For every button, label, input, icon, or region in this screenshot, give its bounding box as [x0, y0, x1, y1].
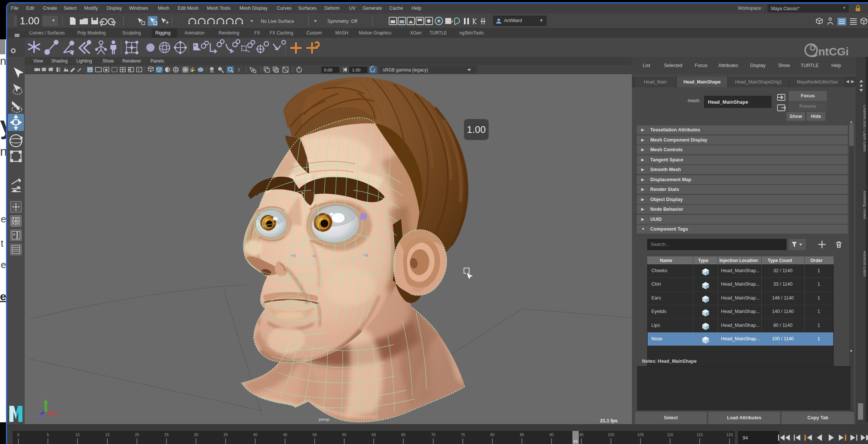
- svg-text:35: 35: [223, 432, 228, 437]
- svg-text:45: 45: [283, 432, 287, 437]
- svg-text:10: 10: [75, 432, 80, 437]
- svg-text:40: 40: [253, 432, 257, 437]
- svg-text:70: 70: [431, 432, 435, 437]
- svg-text:75: 75: [461, 432, 465, 437]
- svg-text:0.00: 0.00: [324, 68, 332, 72]
- svg-text:25: 25: [164, 432, 169, 437]
- svg-text:115: 115: [697, 432, 703, 437]
- svg-text:15: 15: [105, 432, 110, 437]
- svg-text:85: 85: [520, 432, 524, 437]
- svg-text:20: 20: [135, 432, 139, 437]
- svg-text:110: 110: [667, 432, 673, 437]
- svg-text:94: 94: [743, 435, 748, 441]
- svg-text:100: 100: [608, 432, 614, 437]
- svg-text:60: 60: [372, 432, 376, 437]
- svg-text:5: 5: [47, 432, 49, 437]
- svg-text:90: 90: [549, 432, 554, 437]
- svg-text:50: 50: [312, 432, 317, 437]
- svg-text:120: 120: [726, 432, 733, 437]
- svg-text:94: 94: [573, 439, 578, 444]
- svg-text:No Live Surface: No Live Surface: [261, 19, 294, 24]
- svg-text:105: 105: [637, 432, 644, 437]
- svg-text:80: 80: [490, 432, 495, 437]
- svg-text:T: T: [138, 68, 140, 72]
- svg-text:55: 55: [342, 432, 346, 437]
- svg-text:0: 0: [17, 432, 19, 437]
- svg-text:Symmetry: Off: Symmetry: Off: [327, 19, 357, 24]
- svg-text:65: 65: [401, 432, 406, 437]
- svg-text:1.00: 1.00: [352, 68, 360, 72]
- svg-text:ntCGi: ntCGi: [818, 45, 849, 58]
- svg-text:95: 95: [579, 432, 584, 437]
- svg-text:sRGB gamma (legacy): sRGB gamma (legacy): [383, 67, 428, 73]
- svg-text:30: 30: [194, 432, 198, 437]
